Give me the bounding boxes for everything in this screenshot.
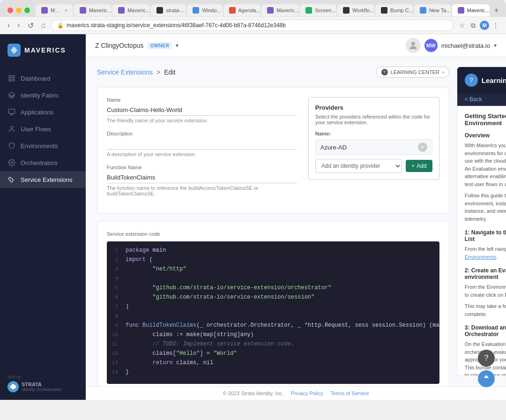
line-number: 4 [107,275,124,285]
provider-name-value: Azure-AD [320,144,418,151]
sidebar-logo: MAVERICS [0,34,86,66]
page-content: Service Extensions > Edit ? LEARNING CEN… [86,57,506,386]
svg-rect-6 [8,109,15,113]
code-line: 13 return claims, nil [107,360,439,369]
sidebar-item-label: Identity Fabric [21,92,59,99]
new-tab-button[interactable]: + [491,4,502,16]
provider-select[interactable]: Add an identity provider [315,159,402,173]
sidebar-item-label: Dashboard [21,75,51,82]
code-line: 14 } [107,369,439,378]
breadcrumb-current: Edit [164,68,175,76]
learning-overview-text2: Follow this guide to create an evaluatio… [465,192,506,223]
learning-center-button[interactable]: ? LEARNING CENTER › [376,67,449,78]
browser-tab[interactable]: Maveric... × [261,4,299,16]
browser-tab[interactable]: Bump C... × [375,4,413,16]
code-line: 5 "github.com/strata-io/service-extensio… [107,285,439,294]
provider-add-row: Add an identity provider + Add [315,159,432,173]
line-content: } [124,369,439,378]
sidebar-item-orchestrators[interactable]: Orchestrators [0,154,86,171]
close-window-btn[interactable] [7,8,13,13]
description-input[interactable] [107,138,297,150]
user-icon [7,125,16,133]
sidebar-item-applications[interactable]: Applications [0,104,86,120]
learning-step3-title: 3: Download and install an Orchestrator [465,324,506,338]
code-line: 7 ) [107,303,439,313]
sidebar-footer: built by STRATA Identity Orchestration [0,367,86,400]
svg-point-12 [411,42,415,45]
browser-tab[interactable]: strata-... × [151,4,186,16]
learning-step2-text2: This may take a few moments to complete. [465,302,506,318]
name-label: Name [107,97,297,103]
browser-tab[interactable]: Maveric... × [112,4,150,16]
extensions-icon[interactable]: ⧉ [469,21,478,30]
code-line: 9 func BuildTokenClaims(_ orchestrator.O… [107,322,439,331]
puzzle-icon [7,175,16,184]
browser-tab[interactable]: New Ta... × [414,4,451,16]
name-input[interactable] [107,105,297,116]
code-line: 3 "net/http" [107,266,439,275]
sidebar-item-identity-fabric[interactable]: Identity Fabric [0,87,86,104]
learning-step2-text: From the Environments pane on the right,… [465,283,506,299]
sidebar-item-label: Environments [21,142,58,150]
browser-tab[interactable]: Maveric... × [74,4,112,16]
browser-tab[interactable]: Windo... × [187,4,222,16]
back-button[interactable]: ‹ [6,20,12,30]
terms-of-service-link[interactable]: Terms of Service [331,390,369,396]
learning-step2-title: 2: Create an Evaluation environment [465,267,506,280]
code-line: 1 package main [107,247,439,256]
home-button[interactable]: ⌂ [39,20,48,30]
menu-icon[interactable]: ⋮ [491,21,500,30]
org-selector[interactable]: Z ClingyOctopus OWNER ▾ [95,42,179,49]
code-editor[interactable]: 1 package main 2 import ( 3 "net/http" [107,241,439,384]
sidebar-item-label: Service Extensions [21,176,73,183]
svg-rect-3 [9,79,11,81]
logo-icon [7,44,21,57]
profile-icon[interactable]: M [480,21,489,30]
function-name-input[interactable] [107,172,297,183]
line-content: ) [124,303,439,313]
breadcrumb-parent[interactable]: Service Extensions [97,68,153,76]
main-content: Z ClingyOctopus OWNER ▾ MW michael@strat… [86,34,506,400]
browser-toolbar: ‹ › ↺ ⌂ 🔒 maverics.strata-staging.io/ser… [0,17,506,34]
reload-button[interactable]: ↺ [26,20,36,31]
function-name-label: Function name [107,165,297,170]
learning-panel-back-button[interactable]: < Back [457,93,506,106]
footer-copyright: © 2023 Strata Identity, Inc. [223,390,284,396]
sidebar-item-user-flows[interactable]: User Flows [0,120,86,137]
learning-center-icon: ? [381,69,388,75]
privacy-policy-link[interactable]: Privacy Policy [291,390,323,396]
provider-remove-button[interactable]: × [418,142,427,152]
browser-tab[interactable]: Maveric... × [36,4,73,16]
minimize-window-btn[interactable] [16,8,22,13]
accessibility-button[interactable] [478,370,495,387]
svg-rect-1 [9,75,11,78]
maximize-window-btn[interactable] [24,8,30,13]
settings-icon [7,158,16,167]
provider-item: Azure-AD × [315,139,432,155]
line-content: import ( [124,256,439,266]
add-btn-label: Add [417,163,426,169]
strata-sub-text: Identity Orchestration [22,387,62,392]
browser-tab[interactable]: Screen... × [300,4,336,16]
line-number: 1 [107,247,124,256]
sidebar-item-service-extensions[interactable]: Service Extensions [0,171,86,188]
form-section-name: Name The friendly name of your service e… [97,87,449,214]
browser-tab[interactable]: Workflo... × [337,4,374,16]
learning-panel-icon: ? [465,74,478,87]
browser-tab-active[interactable]: Maveric... × [452,4,490,16]
name-field-group: Name The friendly name of your service e… [107,97,297,123]
bookmark-icon[interactable]: ☆ [457,21,467,30]
browser-tab[interactable]: Agenda... × [223,4,261,16]
line-content: // TODO: Implement service extension cod… [124,341,439,350]
address-bar[interactable]: 🔒 maverics.strata-staging.io/service_ext… [51,20,454,31]
help-button[interactable]: ? [478,350,495,367]
forward-button[interactable]: › [15,20,22,30]
add-provider-button[interactable]: + Add [406,160,432,172]
code-line: 11 // TODO: Implement service extension … [107,341,439,350]
environments-link[interactable]: Environments [465,254,496,260]
sidebar-item-environments[interactable]: Environments [0,137,86,154]
sidebar-item-dashboard[interactable]: Dashboard [0,70,86,87]
strata-icon [7,381,19,392]
page-footer: © 2023 Strata Identity, Inc. Privacy Pol… [86,386,506,400]
lock-icon: 🔒 [57,22,64,29]
